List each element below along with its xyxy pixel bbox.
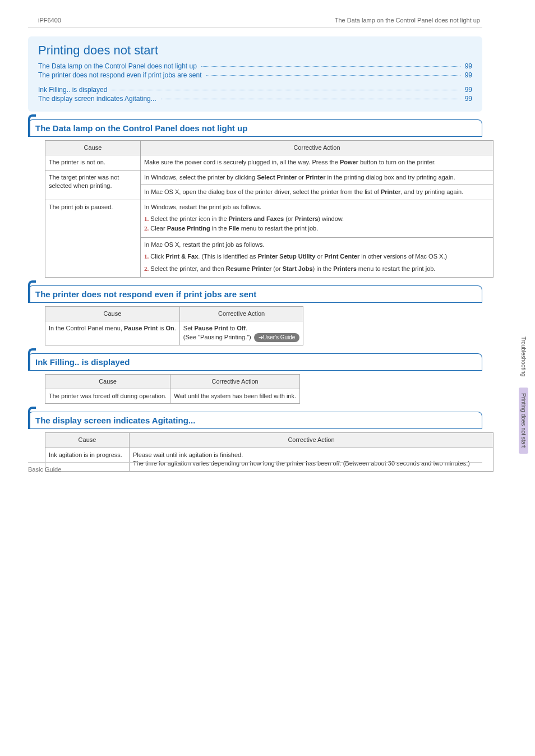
- col-cause: Cause: [45, 306, 180, 321]
- table-row: The printer is not on. Make sure the pow…: [45, 155, 494, 170]
- toc-dots: [112, 90, 460, 90]
- cell-action: In Windows, restart the print job as fol…: [141, 200, 494, 237]
- cell-cause: In the Control Panel menu, Pause Print i…: [45, 321, 180, 345]
- toc-label: Ink Filling.. is displayed: [38, 86, 107, 94]
- table-row: The print job is paused. In Windows, res…: [45, 200, 494, 237]
- col-action: Corrective Action: [170, 374, 300, 389]
- section-header-s3: Ink Filling.. is displayed: [28, 353, 482, 370]
- text: Set Pause Print to Off.: [183, 325, 247, 331]
- cell-action: Make sure the power cord is securely plu…: [141, 155, 494, 170]
- section-header-s1: The Data lamp on the Control Panel does …: [28, 119, 482, 136]
- toc-label: The display screen indicates Agitating..…: [38, 95, 156, 103]
- col-cause: Cause: [45, 374, 170, 389]
- cell-cause: The printer was forced off during operat…: [45, 389, 170, 404]
- section-title-s4: The display screen indicates Agitating..…: [29, 412, 482, 428]
- cell-action: Set Pause Print to Off. (See "Pausing Pr…: [179, 321, 303, 345]
- side-tabs: Troubleshooting Printing does not start: [517, 331, 529, 454]
- text: (See "Pausing Printing."): [183, 334, 251, 340]
- col-action: Corrective Action: [130, 433, 494, 448]
- section-title-s3: Ink Filling.. is displayed: [29, 354, 482, 370]
- section-title-s1: The Data lamp on the Control Panel does …: [29, 120, 482, 136]
- col-cause: Cause: [45, 141, 141, 155]
- list-item: Clear Pause Printing in the File menu to…: [150, 225, 318, 232]
- table-row: In the Control Panel menu, Pause Print i…: [45, 321, 303, 345]
- header-right: The Data lamp on the Control Panel does …: [335, 17, 480, 24]
- toc-page: 99: [465, 95, 472, 103]
- cell-action: In Windows, select the printer by clicki…: [141, 170, 494, 185]
- cell-action: Wait until the system has been filled wi…: [170, 389, 300, 404]
- cell-cause: The printer is not on.: [45, 155, 141, 170]
- list-item: Select the printer, and then Resume Prin…: [150, 265, 435, 272]
- section-header-s2: The printer does not respond even if pri…: [28, 285, 482, 302]
- toc-line[interactable]: The Data lamp on the Control Panel does …: [38, 62, 472, 70]
- toc-label: The printer does not respond even if pri…: [38, 71, 202, 79]
- toc-page: 99: [465, 86, 472, 94]
- toc-dots: [161, 99, 460, 99]
- toc-line[interactable]: The printer does not respond even if pri…: [38, 71, 472, 79]
- list-item: Click Print & Fax. (This is identified a…: [150, 253, 447, 260]
- cell-cause: The print job is paused.: [45, 200, 141, 277]
- side-tab-troubleshooting[interactable]: Troubleshooting: [519, 331, 528, 382]
- list-item: Select the printer icon in the Printers …: [150, 215, 344, 222]
- table-s1: Cause Corrective Action The printer is n…: [45, 140, 494, 278]
- cell-action: In Mac OS X, open the dialog box of the …: [141, 185, 494, 200]
- users-guide-badge[interactable]: ➔User's Guide: [254, 333, 300, 342]
- table-s3: Cause Corrective Action The printer was …: [45, 374, 300, 404]
- section-header-s4: The display screen indicates Agitating..…: [28, 412, 482, 428]
- cell-cause: The target printer was not selected when…: [45, 170, 141, 200]
- col-action: Corrective Action: [179, 306, 303, 321]
- table-row: The printer was forced off during operat…: [45, 389, 300, 404]
- toc-page: 99: [465, 62, 472, 70]
- toc: The Data lamp on the Control Panel does …: [38, 62, 472, 103]
- col-action: Corrective Action: [141, 141, 494, 155]
- page-title: Printing does not start: [38, 43, 472, 58]
- page-header: iPF6400 The Data lamp on the Control Pan…: [28, 17, 482, 27]
- section-title-s2: The printer does not respond even if pri…: [29, 286, 482, 302]
- col-cause: Cause: [45, 433, 130, 448]
- side-tab-printing-does-not-start[interactable]: Printing does not start: [519, 388, 528, 453]
- table-row: The target printer was not selected when…: [45, 170, 494, 185]
- main-banner: Printing does not start The Data lamp on…: [28, 36, 482, 112]
- toc-dots: [206, 75, 460, 76]
- toc-page: 99: [465, 71, 472, 79]
- footer: Basic Guide: [28, 462, 482, 473]
- cell-action: In Mac OS X, restart the print job as fo…: [141, 237, 494, 277]
- text: In Windows, restart the print job as fol…: [144, 203, 490, 211]
- toc-line[interactable]: The display screen indicates Agitating..…: [38, 95, 472, 103]
- toc-dots: [201, 66, 460, 67]
- table-s2: Cause Corrective Action In the Control P…: [45, 306, 303, 345]
- text: In Mac OS X, restart the print job as fo…: [144, 241, 490, 249]
- toc-line[interactable]: Ink Filling.. is displayed99: [38, 86, 472, 94]
- toc-label: The Data lamp on the Control Panel does …: [38, 62, 197, 70]
- header-left: iPF6400: [38, 17, 61, 24]
